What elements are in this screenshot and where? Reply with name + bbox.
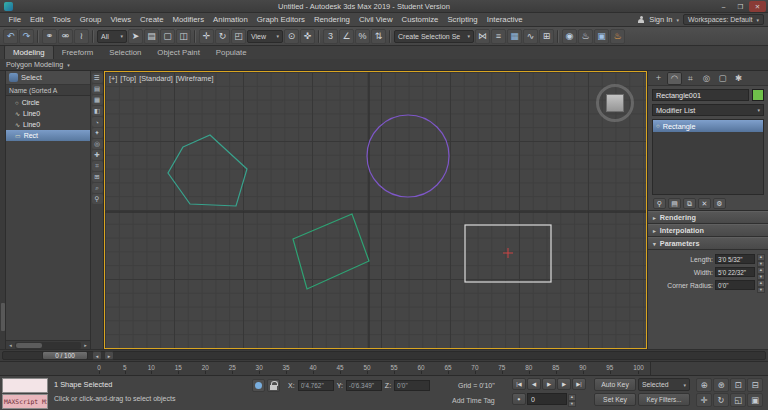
- spinner-control[interactable]: ▲▼: [757, 254, 765, 264]
- set-key-button[interactable]: Set Key: [594, 393, 636, 406]
- motion-tab-icon[interactable]: ◎: [699, 72, 714, 85]
- snaps-toggle-icon[interactable]: 3: [323, 29, 338, 44]
- select-and-move-icon[interactable]: ✛: [199, 29, 214, 44]
- z-coordinate-field[interactable]: [394, 380, 430, 391]
- menu-civil-view[interactable]: Civil View: [354, 13, 397, 26]
- next-frame-button[interactable]: ▶: [557, 378, 571, 390]
- ribbon-tab-freeform[interactable]: Freeform: [54, 46, 102, 59]
- listener-line[interactable]: MAXScript Mi: [2, 394, 48, 409]
- maximize-viewport-icon[interactable]: ◱: [730, 393, 746, 407]
- rollout-interpolation[interactable]: ▸ Interpolation: [648, 224, 768, 237]
- show-end-result-icon[interactable]: ▤: [668, 198, 681, 209]
- next-frame-nudge[interactable]: ▸: [104, 351, 114, 360]
- shape-circle[interactable]: [367, 115, 449, 197]
- menu-scripting[interactable]: Scripting: [443, 13, 482, 26]
- modifier-stack-rectangle[interactable]: ○ Rectangle: [653, 120, 763, 132]
- viewport-top[interactable]: [+][Top][Standard][Wireframe]: [104, 71, 647, 349]
- menu-customize[interactable]: Customize: [397, 13, 443, 26]
- current-frame-field[interactable]: [527, 393, 567, 405]
- use-pivot-center-icon[interactable]: ⊙: [284, 29, 299, 44]
- y-coordinate-field[interactable]: [346, 380, 382, 391]
- parameter-field[interactable]: 0'0": [715, 280, 755, 290]
- align-icon[interactable]: ≡: [491, 29, 506, 44]
- ribbon-tab-selection[interactable]: Selection: [101, 46, 149, 59]
- polygon-modeling-bar[interactable]: Polygon Modeling ▾: [0, 59, 768, 71]
- display-tab-icon[interactable]: ▢: [715, 72, 730, 85]
- schematic-view-icon[interactable]: ⊞: [539, 29, 554, 44]
- redo-icon[interactable]: ↷: [19, 29, 34, 44]
- select-children-icon[interactable]: ⊞: [92, 172, 103, 182]
- modifier-list-dropdown[interactable]: Modifier List ▾: [652, 104, 764, 116]
- menu-group[interactable]: Group: [75, 13, 106, 26]
- sign-in-button[interactable]: Sign In: [649, 15, 672, 24]
- viewport-layout-icon[interactable]: ▣: [747, 393, 763, 407]
- mirror-icon[interactable]: ⋈: [475, 29, 490, 44]
- time-slider-track[interactable]: [2, 351, 766, 360]
- menu-create[interactable]: Create: [136, 13, 168, 26]
- make-unique-icon[interactable]: ⧉: [683, 198, 696, 209]
- utilities-tab-icon[interactable]: ✱: [731, 72, 746, 85]
- key-filters-button[interactable]: Key Filters...: [638, 393, 690, 406]
- rollout-rendering[interactable]: ▸ Rendering: [648, 211, 768, 224]
- orbit-icon[interactable]: ↻: [713, 393, 729, 407]
- modify-tab-icon[interactable]: ◠: [667, 72, 682, 85]
- render-setup-icon[interactable]: ♨: [578, 29, 593, 44]
- sign-in-caret-icon[interactable]: ▾: [677, 17, 680, 23]
- scrollbar-track[interactable]: [15, 342, 81, 349]
- selection-filter-dropdown[interactable]: All▾: [97, 30, 127, 43]
- unlink-selection-icon[interactable]: ⚮: [58, 29, 73, 44]
- menu-views[interactable]: Views: [106, 13, 136, 26]
- select-and-scale-icon[interactable]: ◰: [231, 29, 246, 44]
- curve-editor-icon[interactable]: ∿: [523, 29, 538, 44]
- scene-object-line-1[interactable]: ∿ Line0: [6, 108, 90, 119]
- viewport-canvas[interactable]: [105, 72, 646, 348]
- pan-icon[interactable]: ✛: [696, 393, 712, 407]
- shape-rotated-rect[interactable]: [293, 214, 369, 289]
- modifier-bulb-icon[interactable]: ○: [656, 123, 660, 129]
- create-tab-icon[interactable]: ＋: [651, 72, 666, 85]
- auto-key-button[interactable]: Auto Key: [594, 378, 636, 391]
- bind-to-space-warp-icon[interactable]: ≀: [74, 29, 89, 44]
- menu-animation[interactable]: Animation: [209, 13, 253, 26]
- frame-spinner[interactable]: ▲▼: [568, 394, 576, 404]
- previous-frame-button[interactable]: ◀: [527, 378, 541, 390]
- display-geometry-icon[interactable]: ◧: [92, 106, 103, 116]
- scroll-left-icon[interactable]: ◂: [6, 342, 15, 348]
- go-to-end-button[interactable]: ▶|: [572, 378, 586, 390]
- name-column-header[interactable]: Name (Sorted A: [6, 85, 90, 96]
- add-time-tag-button[interactable]: Add Time Tag: [452, 397, 495, 404]
- render-production-icon[interactable]: ♨: [610, 29, 625, 44]
- zoom-all-icon[interactable]: ⊛: [713, 378, 729, 392]
- menu-edit[interactable]: Edit: [26, 13, 48, 26]
- scrollbar-thumb[interactable]: [16, 343, 42, 348]
- track-bar[interactable]: 0510152025303540455055606570758085909510…: [0, 361, 768, 375]
- x-coordinate-field[interactable]: [298, 380, 334, 391]
- panel-grab-handle[interactable]: [1, 303, 5, 331]
- menu-tools[interactable]: Tools: [48, 13, 75, 26]
- display-lights-icon[interactable]: ✦: [92, 128, 103, 138]
- viewport-pov-menu[interactable]: [Top]: [120, 74, 136, 83]
- time-slider-handle[interactable]: 0 / 100: [42, 351, 88, 360]
- object-color-swatch[interactable]: [752, 89, 764, 101]
- selection-lock-icon[interactable]: [267, 379, 280, 392]
- parameter-field[interactable]: 5'0 22/32": [715, 267, 755, 277]
- select-and-link-icon[interactable]: ⚭: [42, 29, 57, 44]
- select-and-manipulate-icon[interactable]: ✜: [300, 29, 315, 44]
- rectangular-selection-region-icon[interactable]: ▢: [160, 29, 175, 44]
- maximize-button[interactable]: ❐: [732, 1, 749, 12]
- play-button[interactable]: ▶: [542, 378, 556, 390]
- menu-interactive[interactable]: Interactive: [482, 13, 527, 26]
- scene-object-rect[interactable]: ▭ Rect: [6, 130, 90, 141]
- angle-snap-icon[interactable]: ∠: [339, 29, 354, 44]
- pin-stack-icon[interactable]: ⚲: [653, 198, 666, 209]
- hierarchy-tab-icon[interactable]: ⌗: [683, 72, 698, 85]
- menu-file[interactable]: File: [4, 13, 26, 26]
- menu-rendering[interactable]: Rendering: [309, 13, 354, 26]
- select-object-icon[interactable]: ➤: [128, 29, 143, 44]
- close-button[interactable]: ✕: [749, 1, 766, 12]
- remove-modifier-icon[interactable]: ✕: [698, 198, 711, 209]
- layer-manager-icon[interactable]: ▦: [507, 29, 522, 44]
- select-and-rotate-icon[interactable]: ↻: [215, 29, 230, 44]
- shape-spline-blob[interactable]: [168, 135, 247, 206]
- isolate-selection-icon[interactable]: [252, 379, 265, 392]
